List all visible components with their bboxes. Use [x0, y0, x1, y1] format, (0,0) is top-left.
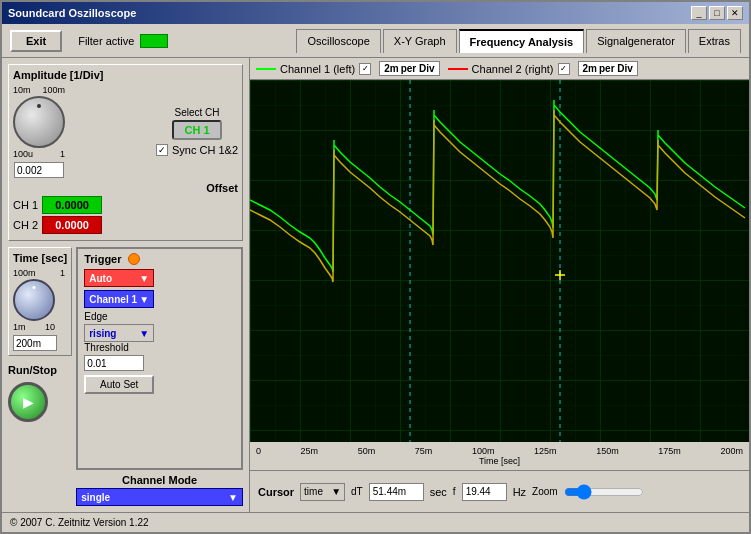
- f-unit: Hz: [513, 486, 526, 498]
- dropdown-arrow: ▼: [139, 294, 149, 305]
- time-tick-125m: 125m: [534, 446, 557, 456]
- tab-frequency[interactable]: Frequency Analysis: [459, 29, 585, 53]
- main-content: Amplitude [1/Div] 10m 100m 100u 1: [2, 58, 749, 512]
- ch2-label: Channel 2 (right): [472, 63, 554, 75]
- cursor-label: Cursor: [258, 486, 294, 498]
- amp-label-100u: 100u: [13, 149, 33, 159]
- sync-row: ✓ Sync CH 1&2: [156, 144, 238, 156]
- amplitude-section: Amplitude [1/Div] 10m 100m 100u 1: [8, 64, 243, 241]
- top-bar: Exit Filter active Oscilloscope X-Y Grap…: [2, 24, 749, 58]
- select-ch-area: Select CH CH 1 ✓ Sync CH 1&2: [156, 107, 238, 156]
- threshold-label: Threshold: [84, 342, 235, 353]
- ch2-offset-value[interactable]: 0.0000: [42, 216, 102, 234]
- main-window: Soundcard Oszilloscope _ □ ✕ Exit Filter…: [0, 0, 751, 534]
- ch1-offset-label: CH 1: [13, 199, 38, 211]
- exit-button[interactable]: Exit: [10, 30, 62, 52]
- zoom-slider[interactable]: [564, 485, 644, 499]
- amp-label-1: 1: [60, 149, 65, 159]
- sync-checkbox[interactable]: ✓: [156, 144, 168, 156]
- auto-set-button[interactable]: Auto Set: [84, 375, 154, 394]
- time-label-1m: 1m: [13, 322, 26, 332]
- ch2-check[interactable]: ✓: [558, 63, 570, 75]
- threshold-spinbox[interactable]: 0.01: [84, 355, 144, 371]
- time-knob[interactable]: [13, 279, 55, 321]
- maximize-button[interactable]: □: [709, 6, 725, 20]
- time-knob-indicator: [33, 286, 36, 289]
- knob-indicator: [37, 104, 41, 108]
- dropdown-arrow: ▼: [331, 486, 341, 497]
- amplitude-knob[interactable]: [13, 96, 65, 148]
- ch1-offset-row: CH 1 0.0000: [13, 196, 238, 214]
- trigger-channel-dropdown[interactable]: Channel 1 ▼: [84, 290, 154, 308]
- tab-extras[interactable]: Extras: [688, 29, 741, 53]
- time-label-10: 10: [45, 322, 55, 332]
- scope-display: [250, 80, 749, 442]
- select-ch-label: Select CH: [174, 107, 219, 118]
- offset-section: Offset CH 1 0.0000 CH 2 0.0000: [13, 182, 238, 234]
- time-tick-50m: 50m: [358, 446, 376, 456]
- ch2-indicator: Channel 2 (right) ✓: [448, 63, 570, 75]
- edge-label: Edge: [84, 311, 235, 322]
- window-title: Soundcard Oszilloscope: [8, 7, 136, 19]
- ch1-button[interactable]: CH 1: [172, 120, 221, 140]
- scope-header: Channel 1 (left) ✓ 2m per Div Channel 2 …: [250, 58, 749, 80]
- ch1-line: [256, 68, 276, 70]
- amplitude-label: Amplitude [1/Div]: [13, 69, 238, 81]
- time-tick-25m: 25m: [301, 446, 319, 456]
- ch2-per-div: 2m per Div: [578, 61, 638, 76]
- amplitude-knob-area: 10m 100m 100u 1 0.002: [13, 85, 238, 178]
- left-panel: Amplitude [1/Div] 10m 100m 100u 1: [2, 58, 250, 512]
- amp-label-10m: 10m: [13, 85, 31, 95]
- time-label-1: 1: [60, 268, 65, 278]
- filter-label: Filter active: [78, 35, 134, 47]
- trigger-title: Trigger: [84, 253, 235, 265]
- f-value: 19.44: [462, 483, 507, 501]
- tab-xy-graph[interactable]: X-Y Graph: [383, 29, 457, 53]
- minimize-button[interactable]: _: [691, 6, 707, 20]
- time-spinbox[interactable]: 200m: [13, 335, 57, 351]
- trigger-and-mode: Trigger Auto ▼ Channel 1 ▼ Edge: [76, 247, 243, 506]
- time-section: Time [sec] 100m 1 1m 10: [8, 247, 72, 356]
- amplitude-spinbox[interactable]: 0.002: [14, 162, 64, 178]
- channel-mode-section: Channel Mode single ▼: [76, 470, 243, 506]
- svg-rect-1: [250, 80, 749, 442]
- close-button[interactable]: ✕: [727, 6, 743, 20]
- ch1-indicator: Channel 1 (left) ✓: [256, 63, 371, 75]
- ch2-offset-label: CH 2: [13, 219, 38, 231]
- time-and-runstop: Time [sec] 100m 1 1m 10: [8, 247, 72, 506]
- time-tick-75m: 75m: [415, 446, 433, 456]
- trigger-led: [128, 253, 140, 265]
- trigger-label: Trigger: [84, 253, 121, 265]
- trigger-mode-dropdown[interactable]: Auto ▼: [84, 269, 154, 287]
- left-bottom-combined: Time [sec] 100m 1 1m 10: [8, 247, 243, 506]
- ch1-offset-value[interactable]: 0.0000: [42, 196, 102, 214]
- ch2-line: [448, 68, 468, 70]
- right-panel: Channel 1 (left) ✓ 2m per Div Channel 2 …: [250, 58, 749, 512]
- dt-value: 51.44m: [369, 483, 424, 501]
- amp-label-100m: 100m: [42, 85, 65, 95]
- tab-signalgenerator[interactable]: Signalgenerator: [586, 29, 686, 53]
- run-stop-button[interactable]: ▶: [8, 382, 48, 422]
- offset-label: Offset: [13, 182, 238, 194]
- time-tick-100m: 100m: [472, 446, 495, 456]
- channel-mode-dropdown[interactable]: single ▼: [76, 488, 243, 506]
- ch1-per-div: 2m per Div: [379, 61, 439, 76]
- dropdown-arrow: ▼: [139, 273, 149, 284]
- zoom-label: Zoom: [532, 486, 558, 497]
- run-stop-label: Run/Stop: [8, 364, 57, 376]
- edge-dropdown[interactable]: rising ▼: [84, 324, 154, 342]
- ch1-label: Channel 1 (left): [280, 63, 355, 75]
- ch2-offset-row: CH 2 0.0000: [13, 216, 238, 234]
- time-tick-200m: 200m: [720, 446, 743, 456]
- time-tick-150m: 150m: [596, 446, 619, 456]
- dropdown-arrow: ▼: [139, 328, 149, 339]
- title-bar-buttons: _ □ ✕: [691, 6, 743, 20]
- cursor-type-dropdown[interactable]: time ▼: [300, 483, 345, 501]
- dt-label: dT: [351, 486, 363, 497]
- ch1-check[interactable]: ✓: [359, 63, 371, 75]
- status-text: © 2007 C. Zeitnitz Version 1.22: [10, 517, 149, 528]
- run-stop-section: Run/Stop ▶: [8, 360, 72, 422]
- cursor-bar: Cursor time ▼ dT 51.44m sec f 19.44 Hz Z…: [250, 470, 749, 512]
- tab-oscilloscope[interactable]: Oscilloscope: [296, 29, 380, 53]
- trigger-box: Trigger Auto ▼ Channel 1 ▼ Edge: [76, 247, 243, 470]
